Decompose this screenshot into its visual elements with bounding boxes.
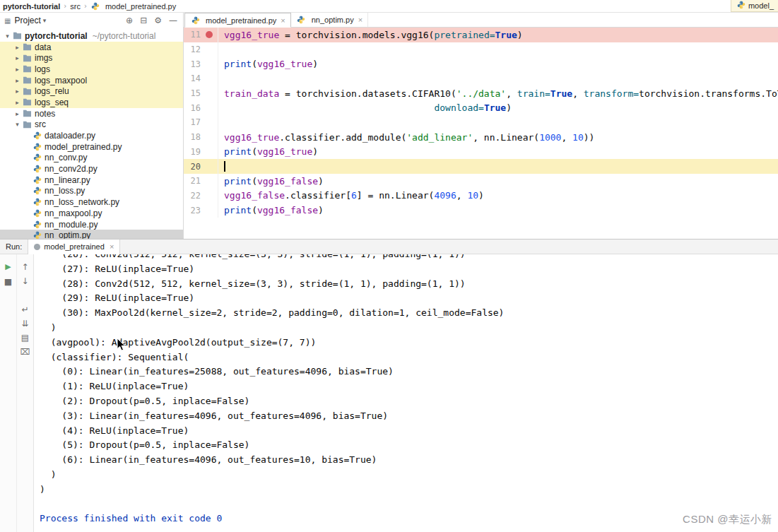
breadcrumb-item[interactable]: pytorch-tutorial: [3, 2, 60, 11]
code-text[interactable]: print(vgg16_true): [218, 146, 778, 157]
line-number[interactable]: 15: [184, 86, 218, 101]
tree-item-notes[interactable]: ▸ notes: [0, 108, 183, 119]
breadcrumb-item[interactable]: src: [70, 2, 81, 11]
console-output[interactable]: (26): Conv2d(512, 512, kernel_size=(3, 3…: [34, 254, 778, 532]
code-line-21[interactable]: 21print(vgg16_false): [184, 174, 778, 189]
prev-occurrence-button[interactable]: ↑: [21, 263, 28, 271]
next-occurrence-button[interactable]: ↓: [21, 277, 28, 285]
tree-item-logs_maxpool[interactable]: ▸ logs_maxpool: [0, 75, 183, 86]
line-number[interactable]: 18: [184, 130, 218, 145]
tree-item-nn_loss.py[interactable]: nn_loss.py: [0, 186, 183, 197]
line-number[interactable]: 17: [184, 115, 218, 130]
chevron-right-icon[interactable]: ▸: [13, 77, 22, 84]
window-fragment[interactable]: model_: [731, 0, 778, 12]
folder-icon: [22, 43, 33, 51]
print-button[interactable]: ▤: [21, 333, 29, 342]
tree-item-nn_linear.py[interactable]: nn_linear.py: [0, 175, 183, 186]
project-tree: ▾ pytorch-tutorial~/pytorch-tutorial▸ da…: [0, 28, 183, 239]
tree-item-logs_relu[interactable]: ▸ logs_relu: [0, 85, 183, 97]
folder-icon: [22, 88, 33, 95]
tree-item-imgs[interactable]: ▸ imgs: [0, 52, 183, 64]
code-line-15[interactable]: 15train_data = torchvision.datasets.CIFA…: [184, 86, 778, 101]
code-text[interactable]: download=True): [218, 102, 778, 113]
clear-console-button[interactable]: ⌧: [20, 348, 30, 356]
tree-item-nn_loss_network.py[interactable]: nn_loss_network.py: [0, 196, 183, 208]
code-text[interactable]: print(vgg16_true): [218, 59, 778, 69]
breadcrumb-item[interactable]: model_pretrained.py: [90, 2, 176, 11]
code-text[interactable]: [218, 161, 778, 172]
python-file-icon: [32, 143, 42, 151]
collapse-all-icon[interactable]: ⊟: [140, 16, 147, 25]
chevron-right-icon[interactable]: ▸: [13, 110, 22, 117]
code-line-22[interactable]: 22vgg16_false.classifier[6] = nn.Linear(…: [184, 189, 778, 203]
code-text[interactable]: train_data = torchvision.datasets.CIFAR1…: [218, 88, 778, 99]
python-file-icon: [32, 176, 42, 184]
line-number[interactable]: 22: [184, 189, 218, 203]
code-line-16[interactable]: 16 download=True): [184, 100, 778, 115]
settings-gear-icon[interactable]: ⚙: [154, 16, 162, 25]
tree-item-nn_module.py[interactable]: nn_module.py: [0, 219, 183, 230]
code-text[interactable]: vgg16_true.classifier.add_module('add_li…: [218, 132, 778, 143]
chevron-right-icon[interactable]: ▸: [13, 54, 22, 61]
chevron-down-icon[interactable]: ▾: [3, 32, 12, 40]
hide-panel-icon[interactable]: —: [169, 16, 177, 25]
locate-icon[interactable]: ⊕: [126, 16, 133, 25]
code-line-17[interactable]: 17: [184, 115, 778, 130]
line-number[interactable]: 12: [184, 42, 218, 57]
tree-item-logs[interactable]: ▸ logs: [0, 64, 183, 75]
code-line-20[interactable]: 20: [184, 159, 778, 174]
chevron-right-icon[interactable]: ▸: [13, 44, 22, 51]
line-number[interactable]: 13: [184, 57, 218, 71]
rerun-button[interactable]: ▶: [5, 263, 11, 271]
tree-item-src[interactable]: ▾ src: [0, 119, 183, 131]
breakpoint-dot[interactable]: [206, 31, 213, 38]
stop-button[interactable]: ■: [4, 278, 12, 286]
editor-tab-model_pretrained.py[interactable]: model_pretrained.py×: [184, 13, 291, 28]
tree-item-nn_maxpool.py[interactable]: nn_maxpool.py: [0, 208, 183, 219]
tree-item-nn_conv.py[interactable]: nn_conv.py: [0, 153, 183, 164]
code-line-19[interactable]: 19print(vgg16_true): [184, 145, 778, 160]
tree-item-nn_conv2d.py[interactable]: nn_conv2d.py: [0, 163, 183, 175]
code-text[interactable]: vgg16_false.classifier[6] = nn.Linear(40…: [218, 190, 778, 201]
code-line-18[interactable]: 18vgg16_true.classifier.add_module('add_…: [184, 130, 778, 145]
code-line-12[interactable]: 12: [184, 42, 778, 57]
editor[interactable]: 11vgg16_true = torchvision.models.vgg16(…: [184, 28, 778, 239]
tree-item-model_pretrained.py[interactable]: model_pretrained.py: [0, 141, 183, 153]
soft-wrap-button[interactable]: ↵: [21, 305, 28, 314]
line-number[interactable]: 21: [184, 174, 218, 189]
code-line-11[interactable]: 11vgg16_true = torchvision.models.vgg16(…: [184, 28, 778, 42]
close-icon[interactable]: ×: [358, 16, 363, 24]
close-icon[interactable]: ×: [110, 242, 114, 251]
code-text[interactable]: print(vgg16_false): [218, 176, 778, 187]
run-tab[interactable]: model_pretrained ×: [28, 240, 120, 254]
code-text[interactable]: print(vgg16_false): [218, 205, 778, 215]
tree-item-logs_seq[interactable]: ▸ logs_seq: [0, 97, 183, 108]
editor-tab-label: nn_optim.py: [312, 16, 354, 24]
chevron-right-icon[interactable]: ▸: [13, 66, 22, 73]
line-number[interactable]: 14: [184, 71, 218, 86]
code-line-23[interactable]: 23print(vgg16_false): [184, 203, 778, 218]
tree-item-pytorch-tutorial[interactable]: ▾ pytorch-tutorial~/pytorch-tutorial: [0, 30, 183, 42]
tree-item-data[interactable]: ▸ data: [0, 42, 183, 53]
code-line-13[interactable]: 13print(vgg16_true): [184, 57, 778, 71]
editor-tab-nn_optim.py[interactable]: nn_optim.py×: [291, 13, 368, 27]
scroll-to-end-button[interactable]: ⇊: [21, 319, 28, 328]
code-text[interactable]: vgg16_true = torchvision.models.vgg16(pr…: [218, 30, 778, 40]
line-number[interactable]: 20: [184, 159, 218, 174]
tree-item-dataloader.py[interactable]: dataloader.py: [0, 130, 183, 141]
line-number[interactable]: 19: [184, 145, 218, 160]
code-line-14[interactable]: 14: [184, 71, 778, 86]
close-icon[interactable]: ×: [281, 16, 285, 25]
chevron-down-icon[interactable]: ▾: [13, 121, 22, 128]
tree-item-nn_optim.py[interactable]: nn_optim.py: [0, 230, 183, 239]
project-dropdown[interactable]: Project ▾: [14, 16, 46, 25]
tree-item-label: dataloader.py: [45, 131, 95, 141]
chevron-right-icon[interactable]: ▸: [13, 99, 22, 106]
folder-icon: [22, 110, 33, 117]
chevron-right-icon[interactable]: ▸: [13, 88, 22, 95]
console-line: (28): Conv2d(512, 512, kernel_size=(3, 3…: [40, 277, 778, 292]
line-number[interactable]: 23: [184, 203, 218, 218]
line-number[interactable]: 11: [184, 28, 218, 42]
run-toolbar-primary: ▶■: [0, 254, 17, 532]
line-number[interactable]: 16: [184, 100, 218, 115]
